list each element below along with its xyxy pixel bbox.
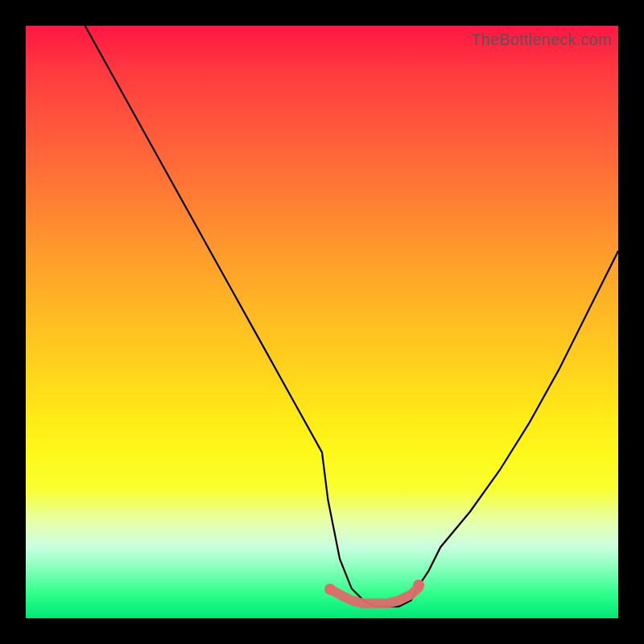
highlight-band <box>330 588 419 604</box>
highlight-dot-right <box>413 580 424 591</box>
chart-svg <box>26 26 618 618</box>
chart-frame: TheBottleneck.com <box>0 0 644 644</box>
watermark: TheBottleneck.com <box>471 31 612 49</box>
highlight-dot-left <box>324 584 336 595</box>
plot-area: TheBottleneck.com <box>26 26 618 618</box>
bottleneck-curve <box>85 26 618 606</box>
